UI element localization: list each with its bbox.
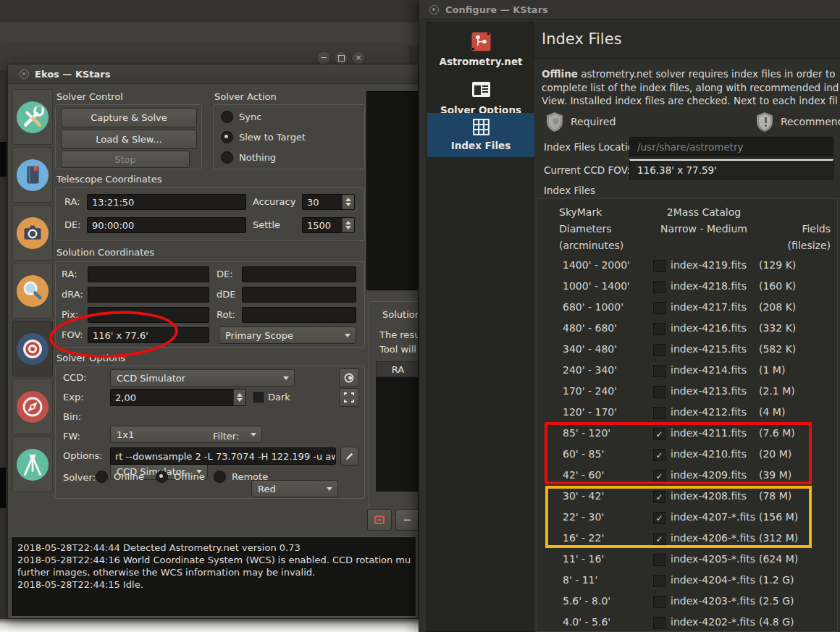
fullframe-button[interactable]	[339, 388, 359, 407]
overlay-toggle-button[interactable]	[339, 368, 359, 387]
capture-solve-button[interactable]: Capture & Solve	[61, 108, 197, 127]
row-install-checkbox[interactable]	[653, 449, 665, 461]
rot-input[interactable]	[242, 307, 356, 323]
row-install-checkbox[interactable]	[653, 386, 665, 398]
solver-control-group: Capture & Solve Load & Slew... Stop	[55, 104, 202, 169]
sol-de-input[interactable]	[242, 266, 356, 282]
row-index-filename: index-4205-*.fits	[671, 553, 755, 565]
row-install-checkbox[interactable]	[653, 281, 665, 293]
dde-input[interactable]	[242, 287, 356, 303]
index-files-location-input[interactable]: /usr/share/astrometry	[629, 137, 833, 156]
radio-nothing[interactable]: Nothing	[221, 151, 276, 164]
row-diameter-range: 1400' - 2000'	[563, 259, 630, 271]
telescope-ra-input[interactable]: 13:21:50	[87, 194, 246, 210]
row-filesize: (582 K)	[759, 343, 796, 355]
tab-align[interactable]	[12, 321, 53, 376]
configure-titlebar[interactable]: Configure — KStars	[419, 0, 840, 20]
solution-results-title: Solution Re	[382, 309, 419, 320]
table-row: 30' - 42'index-4208.fits(78 M)	[537, 486, 838, 507]
solution-coordinates-title: Solution Coordinates	[56, 247, 154, 258]
tab-focus[interactable]	[12, 263, 53, 319]
telescope-de-input[interactable]: 90:00:00	[87, 217, 246, 233]
page-header: Index Files	[534, 22, 840, 59]
row-diameter-range: 4.0' - 5.6'	[563, 616, 610, 628]
row-filesize: (129 K)	[759, 259, 796, 271]
radio-offline[interactable]: Offline	[156, 471, 205, 483]
row-diameter-range: 170' - 240'	[563, 385, 617, 397]
sidebar-item-index-files[interactable]: Index Files	[427, 113, 534, 157]
row-install-checkbox[interactable]	[653, 533, 665, 545]
bin-select[interactable]: 1x1	[110, 426, 262, 443]
radio-slew-to-target[interactable]: Slew to Target	[221, 131, 306, 143]
solver-arguments-input[interactable]: rt --downsample 2 -L 73.7074 -H 122.199 …	[110, 447, 336, 465]
window-menu-icon[interactable]	[429, 5, 439, 14]
row-install-checkbox[interactable]	[653, 554, 665, 566]
telescope-coordinates-title: Telescope Coordinates	[56, 174, 162, 185]
row-install-checkbox[interactable]	[653, 260, 665, 272]
radio-sync[interactable]: Sync	[221, 111, 261, 123]
pix-input[interactable]	[88, 307, 209, 323]
row-install-checkbox[interactable]	[653, 617, 665, 629]
results-table-body	[376, 377, 419, 492]
load-slew-button[interactable]: Load & Slew...	[61, 130, 197, 149]
row-install-checkbox[interactable]	[653, 344, 665, 356]
row-index-filename: index-4203-*.fits	[671, 595, 755, 607]
accuracy-spinbox[interactable]: 30	[302, 194, 355, 210]
row-filesize: (160 K)	[759, 280, 796, 292]
stop-button[interactable]: Stop	[61, 151, 190, 168]
scope-select[interactable]: Primary Scope	[219, 326, 356, 344]
row-install-checkbox[interactable]	[653, 302, 665, 314]
dark-checkbox[interactable]	[253, 392, 264, 403]
tab-scheduler[interactable]	[12, 147, 53, 203]
row-install-checkbox[interactable]	[653, 512, 665, 524]
fov-input[interactable]: 116' x 77.6'	[88, 327, 209, 343]
row-filesize: (39 M)	[759, 469, 791, 481]
tab-capture[interactable]	[12, 205, 53, 261]
log-line: further images, otherwise the WCS inform…	[17, 566, 416, 578]
sol-ra-input[interactable]	[88, 266, 209, 282]
maximize-button[interactable]	[334, 51, 348, 65]
ekos-window: Ekos — KStars	[7, 64, 419, 619]
exposure-spinbox[interactable]: 2,00	[110, 389, 246, 406]
remove-row-button[interactable]: −	[395, 509, 419, 531]
row-install-checkbox[interactable]	[653, 575, 665, 587]
radio-online[interactable]: Online	[96, 471, 144, 483]
settle-spinbox[interactable]: 1500	[302, 217, 355, 233]
tab-setup[interactable]	[12, 89, 53, 145]
edit-options-button[interactable]	[340, 447, 358, 465]
window-menu-icon[interactable]	[20, 69, 29, 79]
ccd-select[interactable]: CCD Simulator	[110, 369, 295, 387]
row-filesize: (208 K)	[759, 301, 796, 313]
row-install-checkbox[interactable]	[653, 596, 665, 608]
row-install-checkbox[interactable]	[653, 407, 665, 419]
row-index-filename: index-4219.fits	[671, 259, 747, 271]
spin-arrows-icon[interactable]	[233, 389, 245, 405]
description-text: astrometry.net solver requires index fil…	[578, 68, 836, 80]
sidebar-item-astrometry[interactable]: Astrometry.net	[427, 22, 534, 73]
dra-input[interactable]	[88, 287, 209, 303]
row-diameter-range: 85' - 120'	[563, 427, 610, 439]
radio-icon	[221, 151, 233, 164]
minimize-button[interactable]: −	[316, 51, 331, 65]
row-diameter-range: 60' - 85'	[563, 448, 604, 460]
index-files-table[interactable]: SkyMark Diameters (arcminutes) 2Mass Cat…	[537, 198, 838, 632]
tab-mount[interactable]	[12, 437, 53, 492]
spin-arrows-icon[interactable]	[342, 195, 354, 209]
index-files-location-label: Index Files Location:	[544, 141, 643, 153]
row-diameter-range: 22' - 30'	[563, 511, 604, 523]
row-install-checkbox[interactable]	[653, 323, 665, 335]
row-install-checkbox[interactable]	[653, 365, 665, 377]
tab-guide[interactable]	[12, 379, 53, 434]
clear-results-button[interactable]	[367, 509, 392, 531]
ekos-titlebar[interactable]: Ekos — KStars	[8, 64, 418, 84]
spin-arrows-icon[interactable]	[342, 218, 354, 232]
log-output[interactable]: 2018-05-28T22:44:44 Detected Astrometry.…	[11, 536, 416, 617]
table-row: 240' - 340'index-4214.fits(1 M)	[537, 361, 838, 382]
results-table-header[interactable]: RA	[376, 361, 419, 377]
row-install-checkbox[interactable]	[653, 428, 665, 440]
row-diameter-range: 1000' - 1400'	[563, 280, 630, 292]
row-install-checkbox[interactable]	[653, 470, 665, 482]
row-install-checkbox[interactable]	[653, 491, 665, 503]
close-button[interactable]: ×	[351, 51, 366, 65]
radio-remote[interactable]: Remote	[214, 471, 268, 483]
